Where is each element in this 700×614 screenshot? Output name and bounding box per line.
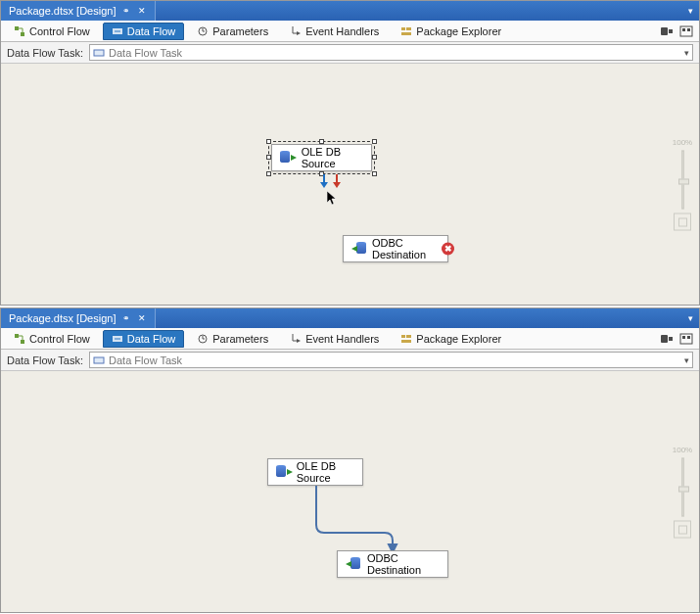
svg-rect-14 xyxy=(15,334,19,338)
svg-rect-9 xyxy=(669,29,673,33)
tab-label: Package Explorer xyxy=(416,25,501,37)
close-icon[interactable]: ✕ xyxy=(137,6,147,16)
svg-rect-27 xyxy=(94,357,104,363)
database-source-icon xyxy=(280,151,294,165)
parameters-icon xyxy=(197,333,209,345)
resize-handle[interactable] xyxy=(372,139,377,144)
data-flow-icon xyxy=(112,25,123,37)
svg-marker-18 xyxy=(297,339,301,343)
zoom-fit-button[interactable] xyxy=(674,521,691,539)
titlebar-spacer xyxy=(156,1,682,21)
tab-parameters[interactable]: Parameters xyxy=(188,23,277,40)
zoom-thumb[interactable] xyxy=(678,487,689,493)
event-handlers-icon xyxy=(290,333,302,345)
tab-label: Data Flow xyxy=(127,333,176,345)
output-path-success-icon[interactable] xyxy=(320,174,328,188)
svg-rect-24 xyxy=(680,334,692,344)
output-path-error-icon[interactable] xyxy=(333,174,341,188)
node-ole-db-source[interactable]: OLE DB Source xyxy=(271,144,372,171)
svg-rect-8 xyxy=(661,27,668,35)
tab-label: Package Explorer xyxy=(416,333,501,345)
tab-control-flow[interactable]: Control Flow xyxy=(5,330,99,348)
document-tab[interactable]: Package.dtsx [Design] ⚭ ✕ xyxy=(1,308,156,328)
design-canvas[interactable]: OLE DB Source ODBC Destination ✖ 100% xyxy=(1,64,699,305)
document-tab-bar: Package.dtsx [Design] ⚭ ✕ ▾ xyxy=(1,1,699,21)
node-ole-db-source[interactable]: OLE DB Source xyxy=(267,458,363,486)
ssis-designer-panel-2: Package.dtsx [Design] ⚭ ✕ ▾ Control Flow… xyxy=(0,307,700,613)
package-explorer-icon xyxy=(400,25,412,37)
control-flow-icon xyxy=(14,25,25,37)
svg-marker-4 xyxy=(297,31,301,35)
document-tab-bar: Package.dtsx [Design] ⚭ ✕ ▾ xyxy=(1,308,699,328)
svg-rect-6 xyxy=(406,27,411,30)
tab-event-handlers[interactable]: Event Handlers xyxy=(281,330,388,348)
tab-data-flow[interactable]: Data Flow xyxy=(103,330,185,348)
tab-label: Parameters xyxy=(212,25,268,37)
resize-handle[interactable] xyxy=(372,171,377,176)
dataflow-task-selected: Data Flow Task xyxy=(109,354,680,366)
tab-overflow-caret-icon[interactable]: ▾ xyxy=(682,1,699,21)
dataflow-task-icon xyxy=(93,47,105,59)
document-tab[interactable]: Package.dtsx [Design] ⚭ ✕ xyxy=(1,1,156,21)
control-flow-icon xyxy=(14,333,25,345)
variables-tool-icon[interactable] xyxy=(660,25,674,37)
close-icon[interactable]: ✕ xyxy=(137,313,147,323)
resize-handle[interactable] xyxy=(266,139,271,144)
tab-label: Data Flow xyxy=(127,25,176,37)
zoom-slider[interactable] xyxy=(681,151,684,210)
pin-icon[interactable]: ⚭ xyxy=(121,313,131,323)
designer-tab-strip: Control Flow Data Flow Parameters Event … xyxy=(1,328,699,350)
tab-data-flow[interactable]: Data Flow xyxy=(103,23,185,40)
node-label: OLE DB Source xyxy=(297,460,350,484)
node-odbc-destination[interactable]: ODBC Destination ✖ xyxy=(343,235,448,262)
package-explorer-icon xyxy=(400,333,412,345)
node-label: OLE DB Source xyxy=(302,146,359,169)
svg-rect-12 xyxy=(687,28,690,31)
tab-label: Parameters xyxy=(212,333,268,345)
dataflow-task-label: Data Flow Task: xyxy=(7,354,83,366)
tab-parameters[interactable]: Parameters xyxy=(188,330,277,348)
tab-package-explorer[interactable]: Package Explorer xyxy=(392,330,510,348)
tab-label: Event Handlers xyxy=(305,25,379,37)
zoom-slider[interactable] xyxy=(681,458,684,517)
resize-handle[interactable] xyxy=(372,155,377,160)
ssis-toolbox-icon[interactable] xyxy=(679,333,693,345)
ssis-toolbox-icon[interactable] xyxy=(679,25,693,37)
variables-tool-icon[interactable] xyxy=(660,333,674,345)
chevron-down-icon: ▾ xyxy=(684,355,689,365)
tab-overflow-caret-icon[interactable]: ▾ xyxy=(682,308,699,328)
svg-rect-15 xyxy=(21,340,24,344)
resize-handle[interactable] xyxy=(266,155,271,160)
tab-control-flow[interactable]: Control Flow xyxy=(5,23,99,40)
titlebar-spacer xyxy=(156,308,682,328)
dataflow-task-label: Data Flow Task: xyxy=(7,47,83,59)
zoom-thumb[interactable] xyxy=(678,179,689,185)
tab-event-handlers[interactable]: Event Handlers xyxy=(281,23,388,40)
dataflow-task-selector[interactable]: Data Flow Task ▾ xyxy=(89,352,693,368)
svg-rect-1 xyxy=(21,32,24,36)
node-odbc-destination[interactable]: ODBC Destination xyxy=(337,550,448,578)
error-badge-icon[interactable]: ✖ xyxy=(442,243,454,256)
svg-rect-13 xyxy=(94,50,104,56)
svg-rect-0 xyxy=(15,26,19,30)
dataflow-task-selector[interactable]: Data Flow Task ▾ xyxy=(89,44,693,61)
document-tab-label: Package.dtsx [Design] xyxy=(9,5,116,17)
node-label: ODBC Destination xyxy=(367,552,436,576)
design-canvas[interactable]: OLE DB Source ODBC Destination 100% xyxy=(1,371,699,612)
dataflow-task-selected: Data Flow Task xyxy=(109,47,680,59)
svg-rect-21 xyxy=(401,340,411,343)
pin-icon[interactable]: ⚭ xyxy=(121,6,131,16)
resize-handle[interactable] xyxy=(266,171,271,176)
zoom-control: 100% xyxy=(672,138,693,231)
tab-label: Event Handlers xyxy=(305,333,379,345)
designer-tab-strip: Control Flow Data Flow Parameters Event … xyxy=(1,21,699,42)
resize-handle[interactable] xyxy=(319,139,324,144)
svg-rect-11 xyxy=(682,28,685,31)
dataflow-path[interactable] xyxy=(312,486,410,554)
dataflow-task-icon xyxy=(93,354,105,366)
zoom-level-label: 100% xyxy=(673,138,692,147)
zoom-fit-button[interactable] xyxy=(674,213,691,231)
data-flow-icon xyxy=(112,333,123,345)
zoom-control: 100% xyxy=(672,446,693,539)
tab-package-explorer[interactable]: Package Explorer xyxy=(392,23,510,40)
